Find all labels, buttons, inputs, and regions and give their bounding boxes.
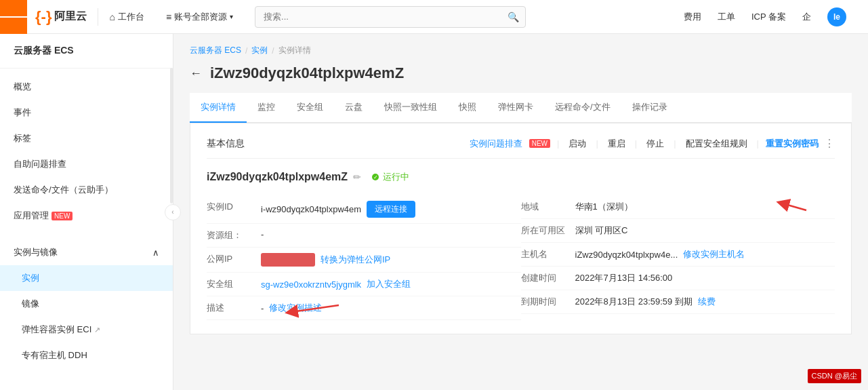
user-avatar-container[interactable]: Ie	[819, 0, 857, 34]
start-action[interactable]: 启动	[566, 138, 589, 150]
hostname-value: iZwz90dyqzk04tplxpw4e... 修改实例主机名	[575, 248, 835, 260]
info-row-expire-time: 到期时间 2022年8月13日 23:59:59 到期 续费	[521, 290, 835, 314]
convert-ip-link[interactable]: 转换为弹性公网IP	[321, 254, 390, 266]
modify-desc-link[interactable]: 修改实例描述	[269, 302, 322, 314]
sep-1: |	[557, 138, 559, 149]
description-label: 描述	[207, 302, 261, 314]
remote-connect-button[interactable]: 远程连接	[367, 201, 415, 218]
modify-hostname-link[interactable]: 修改实例主机名	[683, 248, 745, 260]
breadcrumb-sep-1: /	[245, 46, 247, 56]
hostname-label: 主机名	[521, 248, 575, 260]
main-content: 云服务器 ECS / 实例 / 实例详情 ← iZwz90dyqzk04tplx…	[173, 34, 868, 390]
reset-password-action[interactable]: 重置实例密码	[766, 138, 819, 150]
back-button[interactable]: ←	[190, 66, 202, 81]
nav-order[interactable]: 工单	[709, 0, 743, 34]
sidebar-item-troubleshoot[interactable]: 自助问题排查	[0, 151, 173, 177]
sidebar-item-image[interactable]: 镜像	[0, 291, 173, 317]
sep-4: |	[674, 138, 676, 149]
logo-text: 阿里云	[54, 9, 87, 24]
tab-disk[interactable]: 云盘	[334, 93, 373, 123]
breadcrumb: 云服务器 ECS / 实例 / 实例详情	[190, 45, 852, 56]
info-row-hostname: 主机名 iZwz90dyqzk04tplxpw4e... 修改实例主机名	[521, 243, 835, 267]
expire-time-value: 2022年8月13日 23:59:59 到期 续费	[575, 296, 835, 308]
sidebar-group-instance-image[interactable]: 实例与镜像 ∧	[0, 239, 173, 265]
sidebar-collapse-button[interactable]: ‹	[165, 204, 181, 220]
info-column-left: 实例ID i-wz90dyqzk04tplxpw4em 远程连接 资源组： -	[207, 195, 521, 320]
csdn-badge: CSDN @易尘	[808, 369, 861, 383]
breadcrumb-sep-2: /	[272, 46, 274, 56]
info-row-security-group: 安全组 sg-wz9e0xokrzntv5jygmlk 加入安全组	[207, 273, 521, 296]
nav-enterprise[interactable]: 企	[794, 0, 819, 34]
sidebar-item-commands[interactable]: 发送命令/文件（云助手）	[0, 177, 173, 203]
sidebar-item-ddh[interactable]: 专有宿主机 DDH	[0, 343, 173, 368]
status-badge: 运行中	[367, 170, 415, 184]
sidebar-item-events[interactable]: 事件	[0, 100, 173, 125]
logo: {-} 阿里云	[35, 8, 98, 26]
edit-instance-name-icon[interactable]: ✏	[353, 172, 361, 182]
trouble-badge: NEW	[529, 139, 550, 148]
info-column-right: 地域 华南1（深圳） 所在可用区 深圳 可用区C 主机名	[521, 195, 835, 320]
sep-3: |	[635, 138, 637, 149]
region-label: 地域	[521, 201, 575, 213]
chevron-up-icon: ∧	[152, 248, 159, 258]
logo-icon: {-}	[35, 8, 51, 26]
breadcrumb-instance-list[interactable]: 实例	[251, 45, 268, 56]
breadcrumb-ecs[interactable]: 云服务器 ECS	[190, 45, 241, 56]
nav-right-actions: 费用 工单 ICP 备案 企 Ie	[676, 0, 857, 34]
az-value: 深圳 可用区C	[575, 225, 835, 237]
instance-name-row: iZwz90dyqzk04tplxpw4emZ ✏ 运行中	[207, 170, 835, 184]
tab-remote-command[interactable]: 远程命令/文件	[544, 93, 621, 123]
stop-action[interactable]: 停止	[644, 138, 667, 150]
security-group-value: sg-wz9e0xokrzntv5jygmlk 加入安全组	[261, 278, 521, 290]
tab-operation-log[interactable]: 操作记录	[621, 93, 678, 123]
more-actions-btn[interactable]: ⋮	[824, 137, 835, 150]
tab-eni[interactable]: 弹性网卡	[487, 93, 544, 123]
tab-instance-detail[interactable]: 实例详情	[190, 93, 247, 123]
sidebar-item-overview[interactable]: 概览	[0, 74, 173, 100]
nav-icp[interactable]: ICP 备案	[743, 0, 794, 34]
instance-id-value: i-wz90dyqzk04tplxpw4em 远程连接	[261, 201, 521, 218]
nav-fee[interactable]: 费用	[676, 0, 709, 34]
description-value: - 修改实例描述	[261, 302, 521, 314]
renew-link[interactable]: 续费	[698, 296, 716, 308]
search-container: 🔍	[255, 6, 526, 28]
status-dot	[372, 174, 379, 180]
join-group-link[interactable]: 加入安全组	[367, 278, 411, 290]
sidebar-item-eci[interactable]: 弹性容器实例 ECI ↗	[0, 317, 173, 343]
info-grid: 实例ID i-wz90dyqzk04tplxpw4em 远程连接 资源组： -	[207, 195, 835, 320]
tab-security-group[interactable]: 安全组	[286, 93, 334, 123]
restart-action[interactable]: 重启	[605, 138, 628, 150]
tab-snapshot-group[interactable]: 快照一致性组	[373, 93, 448, 123]
region-value: 华南1（深圳）	[575, 201, 835, 213]
main-layout: 云服务器 ECS 概览 事件 标签 自助问题排查 发送命令/文件（云助手） 应用…	[0, 34, 868, 390]
info-row-availability-zone: 所在可用区 深圳 可用区C	[521, 219, 835, 243]
trouble-action[interactable]: 实例问题排查	[470, 138, 522, 150]
sep-5: |	[757, 138, 759, 149]
sidebar-section-main: 概览 事件 标签 自助问题排查 发送命令/文件（云助手） 应用管理 NEW	[0, 69, 173, 234]
created-time-label: 创建时间	[521, 272, 575, 284]
dropdown-icon: ▾	[230, 13, 233, 20]
nav-account[interactable]: ≡ 账号全部资源 ▾	[155, 0, 244, 34]
sidebar-item-instance[interactable]: 实例	[0, 265, 173, 291]
basic-info-card: 基本信息 实例问题排查 NEW | 启动 | 重启 | 停止 | 配置安全组规则…	[190, 123, 852, 334]
tab-snapshot[interactable]: 快照	[448, 93, 487, 123]
section-actions: 实例问题排查 NEW | 启动 | 重启 | 停止 | 配置安全组规则 | 重置…	[470, 137, 835, 150]
security-group-link[interactable]: sg-wz9e0xokrzntv5jygmlk	[261, 279, 361, 290]
config-security-action[interactable]: 配置安全组规则	[683, 138, 750, 150]
page-title: iZwz90dyqzk04tplxpw4emZ	[210, 64, 404, 82]
hamburger-menu[interactable]	[0, 0, 27, 34]
search-input[interactable]	[255, 6, 526, 28]
info-row-instance-id: 实例ID i-wz90dyqzk04tplxpw4em 远程连接	[207, 195, 521, 224]
tab-monitor[interactable]: 监控	[247, 93, 286, 123]
account-icon: ≡	[166, 12, 171, 22]
sidebar-item-tags[interactable]: 标签	[0, 125, 173, 151]
sidebar-scrollbar[interactable]	[170, 68, 173, 203]
nav-workbench[interactable]: ⌂ 工作台	[98, 0, 154, 34]
section-header: 基本信息 实例问题排查 NEW | 启动 | 重启 | 停止 | 配置安全组规则…	[207, 137, 835, 159]
expire-time-label: 到期时间	[521, 296, 575, 308]
sidebar-item-app-mgmt[interactable]: 应用管理 NEW	[0, 203, 173, 229]
top-navigation: {-} 阿里云 ⌂ 工作台 ≡ 账号全部资源 ▾ 🔍 费用 工单 ICP 备案 …	[0, 0, 868, 34]
info-row-resource-group: 资源组： -	[207, 224, 521, 248]
breadcrumb-current: 实例详情	[278, 45, 311, 56]
tabs-container: 实例详情 监控 安全组 云盘 快照一致性组 快照 弹性网卡 远程命令/文件 操作…	[190, 93, 852, 123]
